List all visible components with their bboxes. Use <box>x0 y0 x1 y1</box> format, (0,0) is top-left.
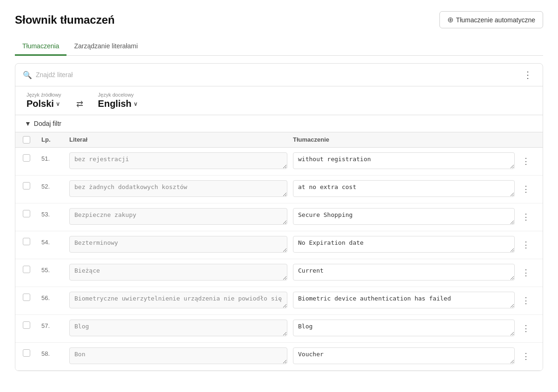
translation-input[interactable]: without registration <box>293 152 515 169</box>
translation-input[interactable]: Current <box>293 264 515 281</box>
row-menu-button[interactable]: ⋮ <box>520 322 532 334</box>
source-language-group: Język źródłowy Polski ∨ <box>27 92 61 109</box>
row-checkbox-cell <box>23 292 41 301</box>
add-filter-button[interactable]: Dodaj filtr <box>34 120 61 127</box>
row-menu-button[interactable]: ⋮ <box>520 183 532 195</box>
source-cell: Blog <box>69 320 293 338</box>
source-cell: Biometryczne uwierzytelnienie urządzenia… <box>69 292 293 310</box>
row-menu-button[interactable]: ⋮ <box>520 267 532 279</box>
translation-cell: without registration <box>293 152 517 170</box>
row-number: 54. <box>41 236 69 246</box>
row-actions-cell: ⋮ <box>517 180 535 195</box>
row-number: 57. <box>41 320 69 329</box>
row-checkbox-cell <box>23 208 41 217</box>
row-menu-button[interactable]: ⋮ <box>520 350 532 362</box>
row-actions-cell: ⋮ <box>517 347 535 362</box>
row-checkbox-cell <box>23 180 41 189</box>
source-chevron-icon: ∨ <box>56 101 60 107</box>
row-actions-cell: ⋮ <box>517 320 535 334</box>
translation-input[interactable]: Secure Shopping <box>293 208 515 225</box>
target-language-label: Język docelowy <box>98 92 138 98</box>
search-row: 🔍 ⋮ <box>15 64 543 86</box>
source-language-selector[interactable]: Polski ∨ <box>27 98 61 109</box>
translation-cell: Blog <box>293 320 517 338</box>
table-row: 56. Biometryczne uwierzytelnienie urządz… <box>15 287 543 315</box>
source-cell: bez rejestracji <box>69 152 293 170</box>
source-cell: Bieżące <box>69 264 293 282</box>
row-checkbox-cell <box>23 320 41 329</box>
tabs-bar: Tłumaczenia Zarządzanie literałami <box>15 38 543 56</box>
header-actions <box>517 136 535 144</box>
source-input[interactable]: bez żadnych dodatkowych kosztów <box>69 180 287 197</box>
source-input[interactable]: Bon <box>69 347 287 364</box>
translation-cell: Voucher <box>293 347 517 366</box>
row-actions-cell: ⋮ <box>517 208 535 223</box>
row-checkbox-cell <box>23 264 41 273</box>
table-row: 51. bez rejestracji without registration… <box>15 148 543 176</box>
row-checkbox[interactable] <box>23 182 30 189</box>
table-row: 55. Bieżące Current ⋮ <box>15 259 543 287</box>
row-menu-button[interactable]: ⋮ <box>520 211 532 223</box>
header-checkbox[interactable] <box>23 136 30 144</box>
translation-input[interactable]: at no extra cost <box>293 180 515 197</box>
header-translation: Tłumaczenie <box>293 136 517 144</box>
row-actions-cell: ⋮ <box>517 292 535 307</box>
target-chevron-icon: ∨ <box>133 101 138 107</box>
filter-icon: ▼ <box>25 120 31 127</box>
swap-languages-icon[interactable]: ⇄ <box>76 99 83 109</box>
filter-row: ▼ Dodaj filtr <box>15 115 543 132</box>
source-input[interactable]: Blog <box>69 320 287 336</box>
table-row: 57. Blog Blog ⋮ <box>15 315 543 343</box>
row-menu-button[interactable]: ⋮ <box>520 294 532 307</box>
source-input[interactable]: Bezpieczne zakupy <box>69 208 287 225</box>
table-row: 54. Bezterminowy No Expiration date ⋮ <box>15 231 543 259</box>
target-language-group: Język docelowy English ∨ <box>98 92 138 109</box>
tab-manage-literals[interactable]: Zarządzanie literałami <box>66 38 145 56</box>
row-checkbox[interactable] <box>23 294 30 301</box>
source-input[interactable]: Biometryczne uwierzytelnienie urządzenia… <box>69 292 287 308</box>
translation-input[interactable]: Voucher <box>293 347 515 364</box>
row-checkbox[interactable] <box>23 238 30 245</box>
search-more-button[interactable]: ⋮ <box>520 68 535 81</box>
row-actions-cell: ⋮ <box>517 236 535 251</box>
source-cell: Bezterminowy <box>69 236 293 254</box>
row-menu-button[interactable]: ⋮ <box>520 239 532 251</box>
translation-input[interactable]: Biometric device authentication has fail… <box>293 292 515 308</box>
source-input[interactable]: Bezterminowy <box>69 236 287 253</box>
table-body: 51. bez rejestracji without registration… <box>15 148 543 371</box>
row-menu-button[interactable]: ⋮ <box>520 155 532 167</box>
translation-cell: Secure Shopping <box>293 208 517 226</box>
table-header: Lp. Literał Tłumaczenie <box>15 132 543 148</box>
row-checkbox[interactable] <box>23 266 30 273</box>
globe-icon: ⊕ <box>447 15 453 24</box>
target-language-selector[interactable]: English ∨ <box>98 98 138 109</box>
source-input[interactable]: bez rejestracji <box>69 152 287 169</box>
search-input[interactable] <box>36 71 517 78</box>
row-checkbox-cell <box>23 236 41 245</box>
auto-translate-button[interactable]: ⊕ Tłumaczenie automatyczne <box>439 11 543 28</box>
header-lp: Lp. <box>41 136 69 144</box>
table-row: 52. bez żadnych dodatkowych kosztów at n… <box>15 176 543 203</box>
table-row: 58. Bon Voucher ⋮ <box>15 343 543 371</box>
row-actions-cell: ⋮ <box>517 264 535 279</box>
translation-input[interactable]: No Expiration date <box>293 236 515 253</box>
translation-cell: No Expiration date <box>293 236 517 254</box>
row-checkbox-cell <box>23 152 41 162</box>
translation-cell: at no extra cost <box>293 180 517 198</box>
header-checkbox-cell <box>23 136 41 144</box>
row-number: 52. <box>41 180 69 190</box>
header-literal: Literał <box>69 136 293 144</box>
source-cell: Bon <box>69 347 293 366</box>
row-number: 58. <box>41 347 69 357</box>
search-icon: 🔍 <box>23 71 32 79</box>
translation-cell: Current <box>293 264 517 282</box>
page-title: Słownik tłumaczeń <box>15 13 115 26</box>
row-checkbox[interactable] <box>23 349 30 357</box>
row-checkbox[interactable] <box>23 210 30 217</box>
row-checkbox[interactable] <box>23 321 30 329</box>
row-checkbox[interactable] <box>23 154 30 162</box>
translation-input[interactable]: Blog <box>293 320 515 336</box>
source-input[interactable]: Bieżące <box>69 264 287 281</box>
tab-translations[interactable]: Tłumaczenia <box>15 38 66 56</box>
row-number: 53. <box>41 208 69 218</box>
